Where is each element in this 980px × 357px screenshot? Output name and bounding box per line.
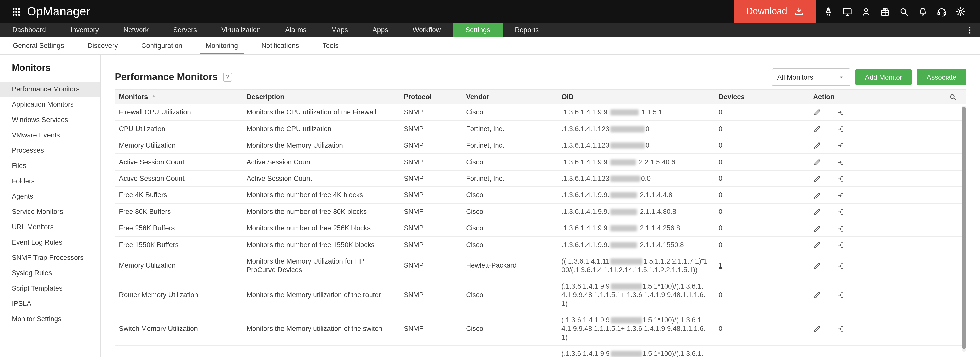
nav-item-inventory[interactable]: Inventory bbox=[58, 23, 111, 37]
description-cell: Monitors the number of free 1550K blocks bbox=[242, 236, 399, 253]
associate-icon[interactable] bbox=[837, 241, 845, 249]
associate-icon[interactable] bbox=[837, 108, 845, 117]
monitor-name-cell[interactable]: Active Session Count bbox=[115, 171, 242, 187]
associate-icon[interactable] bbox=[837, 291, 845, 299]
nav-item-maps[interactable]: Maps bbox=[319, 23, 360, 37]
monitor-name-cell[interactable]: Active Session Count bbox=[115, 154, 242, 171]
edit-icon[interactable] bbox=[813, 125, 821, 133]
gear-icon[interactable] bbox=[956, 6, 966, 17]
sidebar-item-processes[interactable]: Processes bbox=[0, 143, 100, 158]
associate-icon[interactable] bbox=[837, 325, 845, 333]
monitor-filter-dropdown[interactable]: All Monitors bbox=[772, 69, 850, 86]
subnav-item-general-settings[interactable]: General Settings bbox=[6, 37, 70, 54]
associate-icon[interactable] bbox=[837, 208, 845, 216]
monitor-name-cell[interactable]: Cisco Memory Utilization bbox=[115, 346, 242, 357]
edit-icon[interactable] bbox=[813, 208, 821, 216]
sidebar-item-service-monitors[interactable]: Service Monitors bbox=[0, 204, 100, 220]
search-icon[interactable] bbox=[899, 6, 909, 17]
sidebar-item-script-templates[interactable]: Script Templates bbox=[0, 281, 100, 296]
sidebar-item-folders[interactable]: Folders bbox=[0, 174, 100, 189]
associate-icon[interactable] bbox=[837, 225, 845, 233]
rocket-icon[interactable] bbox=[823, 6, 834, 17]
topbar: OpManager Download bbox=[0, 0, 980, 23]
table-row: Active Session Count Active Session Coun… bbox=[115, 154, 966, 171]
edit-icon[interactable] bbox=[813, 175, 821, 183]
download-button[interactable]: Download bbox=[734, 0, 816, 23]
sidebar-item-url-monitors[interactable]: URL Monitors bbox=[0, 220, 100, 235]
subnav-item-notifications[interactable]: Notifications bbox=[255, 37, 305, 54]
sidebar-item-files[interactable]: Files bbox=[0, 158, 100, 174]
protocol-cell: SNMP bbox=[399, 278, 461, 312]
sidebar-item-agents[interactable]: Agents bbox=[0, 189, 100, 204]
table-row: CPU Utilization Monitors the CPU utiliza… bbox=[115, 121, 966, 137]
edit-icon[interactable] bbox=[813, 225, 821, 233]
edit-icon[interactable] bbox=[813, 191, 821, 199]
subnav-item-configuration[interactable]: Configuration bbox=[135, 37, 189, 54]
monitor-name-cell[interactable]: Free 256K Buffers bbox=[115, 220, 242, 236]
devices-value: 0 bbox=[719, 325, 722, 333]
sidebar-item-snmp-trap-processors[interactable]: SNMP Trap Processors bbox=[0, 250, 100, 266]
sidebar-item-windows-services[interactable]: Windows Services bbox=[0, 112, 100, 128]
bell-icon[interactable] bbox=[918, 6, 928, 17]
redacted-text bbox=[611, 284, 641, 290]
add-monitor-button[interactable]: Add Monitor bbox=[855, 69, 912, 85]
help-icon[interactable]: ? bbox=[223, 73, 232, 82]
table-scrollbar-thumb[interactable] bbox=[962, 107, 966, 349]
sidebar-item-syslog-rules[interactable]: Syslog Rules bbox=[0, 266, 100, 281]
monitor-name-cell[interactable]: Firewall CPU Utilization bbox=[115, 104, 242, 121]
description-cell: Monitors the number of free 4K blocks bbox=[242, 186, 399, 203]
screen-icon[interactable] bbox=[842, 6, 853, 17]
nav-item-reports[interactable]: Reports bbox=[503, 23, 551, 37]
sidebar-item-monitor-settings[interactable]: Monitor Settings bbox=[0, 312, 100, 327]
associate-icon[interactable] bbox=[837, 191, 845, 199]
action-cell bbox=[808, 236, 966, 253]
monitor-name-cell[interactable]: Free 80K Buffers bbox=[115, 203, 242, 220]
sidebar-item-performance-monitors[interactable]: Performance Monitors bbox=[0, 82, 100, 97]
nav-item-apps[interactable]: Apps bbox=[360, 23, 401, 37]
gift-icon[interactable] bbox=[880, 6, 890, 17]
subnav-item-tools[interactable]: Tools bbox=[316, 37, 345, 54]
monitor-name-cell[interactable]: CPU Utilization bbox=[115, 121, 242, 137]
associate-icon[interactable] bbox=[837, 175, 845, 183]
monitor-name-cell[interactable]: Switch Memory Utilization bbox=[115, 312, 242, 346]
monitor-name-cell[interactable]: Free 1550K Buffers bbox=[115, 236, 242, 253]
nav-item-settings[interactable]: Settings bbox=[453, 23, 503, 37]
opmanager-logo[interactable]: OpManager bbox=[11, 5, 90, 18]
table-scrollbar-track[interactable] bbox=[962, 106, 966, 352]
edit-icon[interactable] bbox=[813, 241, 821, 249]
column-header-monitors[interactable]: Monitors bbox=[115, 90, 242, 104]
nav-item-servers[interactable]: Servers bbox=[161, 23, 209, 37]
associate-button[interactable]: Associate bbox=[917, 69, 966, 85]
associate-icon[interactable] bbox=[837, 158, 845, 166]
subnav-item-monitoring[interactable]: Monitoring bbox=[200, 37, 244, 54]
user-icon[interactable] bbox=[861, 6, 871, 17]
edit-icon[interactable] bbox=[813, 158, 821, 166]
sidebar-item-application-monitors[interactable]: Application Monitors bbox=[0, 97, 100, 112]
nav-overflow-button[interactable]: ⋮ bbox=[966, 23, 974, 37]
edit-icon[interactable] bbox=[813, 291, 821, 299]
nav-item-alarms[interactable]: Alarms bbox=[273, 23, 319, 37]
nav-item-workflow[interactable]: Workflow bbox=[401, 23, 453, 37]
edit-icon[interactable] bbox=[813, 108, 821, 117]
monitor-name-cell[interactable]: Memory Utilization bbox=[115, 137, 242, 154]
headset-icon[interactable] bbox=[937, 6, 947, 17]
devices-link[interactable]: 1 bbox=[719, 262, 722, 269]
monitor-name-cell[interactable]: Router Memory Utilization bbox=[115, 278, 242, 312]
sidebar-item-vmware-events[interactable]: VMware Events bbox=[0, 128, 100, 143]
sidebar-item-ipsla[interactable]: IPSLA bbox=[0, 296, 100, 312]
nav-item-virtualization[interactable]: Virtualization bbox=[209, 23, 273, 37]
search-icon[interactable] bbox=[949, 93, 957, 101]
monitor-name-cell[interactable]: Free 4K Buffers bbox=[115, 186, 242, 203]
associate-icon[interactable] bbox=[837, 125, 845, 133]
sidebar-item-event-log-rules[interactable]: Event Log Rules bbox=[0, 235, 100, 250]
associate-icon[interactable] bbox=[837, 262, 845, 270]
oid-cell: (.1.3.6.1.4.1.9.91.5.1*100)/(.1.3.6.1.4.… bbox=[556, 346, 714, 357]
subnav-item-discovery[interactable]: Discovery bbox=[81, 37, 124, 54]
edit-icon[interactable] bbox=[813, 325, 821, 333]
nav-item-dashboard[interactable]: Dashboard bbox=[0, 23, 58, 37]
associate-icon[interactable] bbox=[837, 142, 845, 150]
edit-icon[interactable] bbox=[813, 262, 821, 270]
monitor-name-cell[interactable]: Memory Utilization bbox=[115, 253, 242, 278]
nav-item-network[interactable]: Network bbox=[111, 23, 161, 37]
edit-icon[interactable] bbox=[813, 142, 821, 150]
